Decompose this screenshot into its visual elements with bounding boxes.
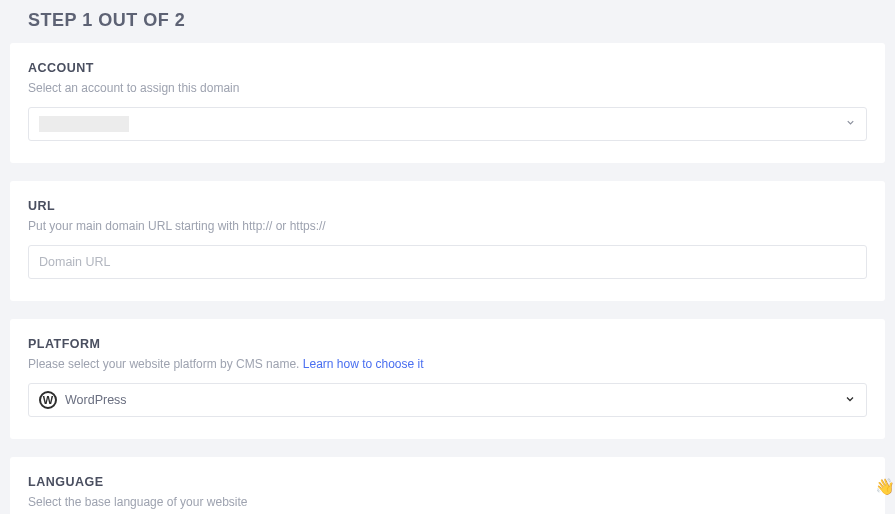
platform-selected-value: WordPress [65, 393, 127, 407]
url-card: URL Put your main domain URL starting wi… [10, 181, 885, 301]
platform-heading: PLATFORM [28, 337, 867, 351]
account-selected-value-redacted [39, 116, 129, 132]
platform-card: PLATFORM Please select your website plat… [10, 319, 885, 439]
wordpress-icon: W [39, 391, 57, 409]
chevron-down-icon [845, 117, 856, 131]
account-subtext: Select an account to assign this domain [28, 81, 867, 95]
account-card: ACCOUNT Select an account to assign this… [10, 43, 885, 163]
chevron-down-icon [844, 393, 856, 408]
language-heading: LANGUAGE [28, 475, 867, 489]
platform-subtext: Please select your website platform by C… [28, 357, 867, 371]
corner-decoration: 👋 [875, 477, 895, 496]
platform-select[interactable]: W WordPress [28, 383, 867, 417]
account-heading: ACCOUNT [28, 61, 867, 75]
platform-subtext-prefix: Please select your website platform by C… [28, 357, 303, 371]
page-title: STEP 1 OUT OF 2 [28, 10, 885, 31]
platform-learn-link[interactable]: Learn how to choose it [303, 357, 424, 371]
account-select[interactable] [28, 107, 867, 141]
url-subtext: Put your main domain URL starting with h… [28, 219, 867, 233]
url-heading: URL [28, 199, 867, 213]
language-card: LANGUAGE Select the base language of you… [10, 457, 885, 514]
domain-url-input[interactable] [39, 255, 856, 269]
url-input-wrapper [28, 245, 867, 279]
language-subtext: Select the base language of your website [28, 495, 867, 509]
